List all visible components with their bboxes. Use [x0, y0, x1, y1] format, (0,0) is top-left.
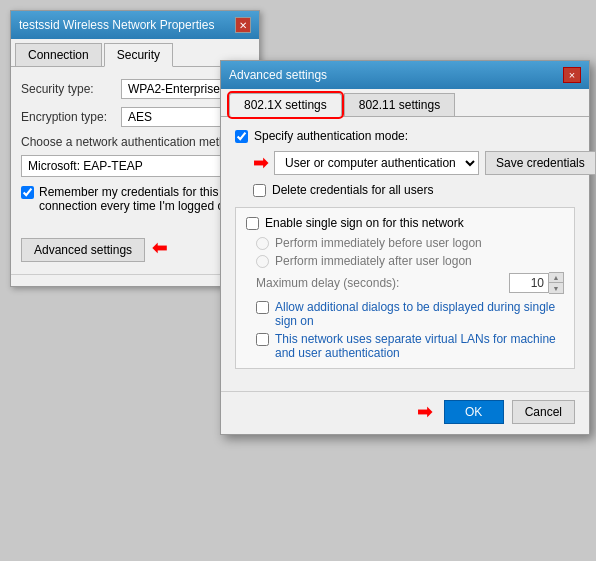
- remember-credentials-checkbox[interactable]: [21, 186, 34, 199]
- fg-dialog-title: Advanced settings: [229, 68, 327, 82]
- tab-802-1x[interactable]: 802.1X settings: [229, 93, 342, 117]
- network-auth-label: Choose a network authentication method:: [21, 135, 249, 149]
- fg-close-button[interactable]: ×: [563, 67, 581, 83]
- remember-credentials-label: Remember my credentials for this connect…: [39, 185, 249, 213]
- sso-before-radio[interactable]: [256, 237, 269, 250]
- sso-perform-before-row: Perform immediately before user logon: [256, 236, 564, 250]
- vlan-label: This network uses separate virtual LANs …: [275, 332, 564, 360]
- max-delay-input[interactable]: [509, 273, 549, 293]
- fg-content: Specify authentication mode: ➡ User or c…: [221, 117, 589, 391]
- sso-enable-checkbox[interactable]: [246, 217, 259, 230]
- fg-tabs: 802.1X settings 802.11 settings: [221, 89, 589, 117]
- fg-title-bar: Advanced settings ×: [221, 61, 589, 89]
- save-credentials-button[interactable]: Save credentials: [485, 151, 596, 175]
- remember-credentials-row: Remember my credentials for this connect…: [21, 185, 249, 213]
- fg-dialog: Advanced settings × 802.1X settings 802.…: [220, 60, 590, 435]
- bg-title-bar: testssid Wireless Network Properties ✕: [11, 11, 259, 39]
- vlan-checkbox[interactable]: [256, 333, 269, 346]
- specify-auth-checkbox[interactable]: [235, 130, 248, 143]
- max-delay-row: Maximum delay (seconds): ▲ ▼: [256, 272, 564, 294]
- auth-mode-row: ➡ User or computer authentication Comput…: [253, 151, 575, 175]
- spinner-down-icon[interactable]: ▼: [549, 283, 563, 293]
- ok-button[interactable]: OK: [444, 400, 504, 424]
- specify-auth-label: Specify authentication mode:: [254, 129, 408, 143]
- encryption-type-label: Encryption type:: [21, 110, 121, 124]
- sso-perform-after-row: Perform immediately after user logon: [256, 254, 564, 268]
- fg-footer: ➡ OK Cancel: [221, 391, 589, 434]
- sso-after-label: Perform immediately after user logon: [275, 254, 472, 268]
- tab-connection[interactable]: Connection: [15, 43, 102, 66]
- security-type-label: Security type:: [21, 82, 121, 96]
- cancel-button[interactable]: Cancel: [512, 400, 575, 424]
- ok-arrow-icon: ➡: [417, 401, 432, 423]
- max-delay-label: Maximum delay (seconds):: [256, 276, 509, 290]
- sso-section: Enable single sign on for this network P…: [235, 207, 575, 369]
- sso-enable-label: Enable single sign on for this network: [265, 216, 464, 230]
- network-auth-dropdown[interactable]: Microsoft: EAP-TEAP ▾: [21, 155, 249, 177]
- advanced-settings-arrow-icon: ⬅: [152, 237, 167, 259]
- allow-dialogs-label: Allow additional dialogs to be displayed…: [275, 300, 564, 328]
- auth-mode-arrow-icon: ➡: [253, 152, 268, 174]
- delete-credentials-row: Delete credentials for all users: [253, 183, 575, 197]
- tab-802-11[interactable]: 802.11 settings: [344, 93, 455, 116]
- security-type-row: Security type: WPA2-Enterprise: [21, 79, 249, 99]
- delete-credentials-checkbox[interactable]: [253, 184, 266, 197]
- bg-dialog-title: testssid Wireless Network Properties: [19, 18, 214, 32]
- delete-credentials-label: Delete credentials for all users: [272, 183, 433, 197]
- sso-after-radio[interactable]: [256, 255, 269, 268]
- allow-dialogs-checkbox[interactable]: [256, 301, 269, 314]
- advanced-settings-area: Advanced settings ⬅: [21, 229, 249, 262]
- tab-security[interactable]: Security: [104, 43, 173, 67]
- bg-close-button[interactable]: ✕: [235, 17, 251, 33]
- advanced-settings-button[interactable]: Advanced settings: [21, 238, 145, 262]
- sso-enable-row: Enable single sign on for this network: [246, 216, 564, 230]
- encryption-type-row: Encryption type: AES: [21, 107, 249, 127]
- sso-before-label: Perform immediately before user logon: [275, 236, 482, 250]
- auth-mode-select[interactable]: User or computer authentication Computer…: [274, 151, 479, 175]
- max-delay-spinner[interactable]: ▲ ▼: [549, 272, 564, 294]
- spinner-up-icon[interactable]: ▲: [549, 273, 563, 283]
- vlan-row: This network uses separate virtual LANs …: [256, 332, 564, 360]
- specify-auth-row: Specify authentication mode:: [235, 129, 575, 143]
- allow-dialogs-row: Allow additional dialogs to be displayed…: [256, 300, 564, 328]
